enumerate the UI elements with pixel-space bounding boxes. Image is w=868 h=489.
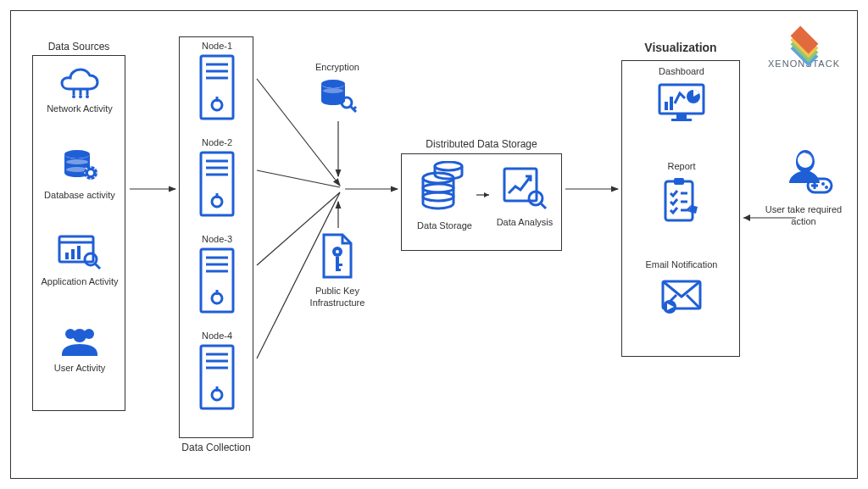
server-tower-icon xyxy=(198,151,236,217)
viz-email: Email Notification xyxy=(622,259,741,315)
visualization-box: Dashboard Report xyxy=(621,60,740,357)
viz-report-label: Report xyxy=(667,161,695,173)
diagram-frame: XENONSTACK Data Sources Network Activity xyxy=(10,10,858,479)
svg-rect-76 xyxy=(670,97,673,110)
data-source-user: User Activity xyxy=(33,324,126,375)
brand-logo: XENONSTACK xyxy=(768,26,840,69)
svg-line-96 xyxy=(257,170,340,187)
pki-block: Public Key Infrastructure xyxy=(299,231,376,309)
svg-point-28 xyxy=(73,329,86,342)
svg-point-54 xyxy=(323,88,343,93)
svg-rect-74 xyxy=(671,119,692,121)
data-source-network: Network Activity xyxy=(33,64,126,115)
storage-box: Data Storage Data Analysis xyxy=(401,153,562,251)
visualization-title: Visualization xyxy=(621,41,740,54)
svg-marker-71 xyxy=(484,192,489,197)
data-source-database: Database activity xyxy=(33,147,126,202)
node-4-label: Node-4 xyxy=(202,331,232,342)
svg-rect-61 xyxy=(336,264,342,266)
node-3-label: Node-3 xyxy=(202,234,232,246)
svg-point-24 xyxy=(85,253,97,265)
svg-rect-22 xyxy=(71,249,75,259)
svg-point-6 xyxy=(64,150,90,158)
svg-rect-21 xyxy=(65,253,69,259)
user-controller-icon xyxy=(774,147,833,199)
svg-point-10 xyxy=(88,170,93,175)
storage-title: Distributed Data Storage xyxy=(401,138,562,150)
server-tower-icon xyxy=(198,54,236,120)
cloud-network-icon xyxy=(58,64,101,98)
svg-point-92 xyxy=(825,186,828,189)
node-2: Node-2 xyxy=(180,137,254,217)
user-action-block: User take required action xyxy=(757,147,850,228)
node-2-label: Node-2 xyxy=(202,137,232,149)
public-key-file-icon xyxy=(317,231,358,281)
viz-report: Report xyxy=(622,161,741,225)
data-source-database-label: Database activity xyxy=(44,190,115,202)
encryption-db-key-icon xyxy=(316,77,359,114)
svg-line-57 xyxy=(353,107,356,109)
svg-line-25 xyxy=(95,264,100,269)
svg-point-5 xyxy=(86,95,89,98)
node-1: Node-1 xyxy=(180,41,254,120)
encryption-block: Encryption xyxy=(299,62,376,114)
data-sources-title: Data Sources xyxy=(32,41,125,53)
dashboard-monitor-icon xyxy=(656,81,707,125)
svg-rect-23 xyxy=(77,246,81,259)
viz-email-label: Email Notification xyxy=(646,259,718,271)
clipboard-report-icon xyxy=(660,176,703,225)
users-group-icon xyxy=(57,324,103,358)
server-tower-icon xyxy=(198,344,236,410)
data-collection-title: Data Collection xyxy=(179,442,253,453)
pki-title: Public Key Infrastructure xyxy=(299,286,376,309)
app-monitor-icon xyxy=(57,234,103,271)
svg-rect-19 xyxy=(59,236,93,262)
svg-point-59 xyxy=(336,250,339,253)
viz-dashboard: Dashboard xyxy=(622,66,741,125)
node-1-label: Node-1 xyxy=(202,41,232,53)
data-source-user-label: User Activity xyxy=(54,363,106,375)
svg-point-53 xyxy=(321,80,345,88)
svg-rect-62 xyxy=(336,269,341,271)
svg-point-3 xyxy=(79,95,82,98)
svg-marker-104 xyxy=(743,214,750,221)
svg-point-7 xyxy=(66,159,88,164)
svg-rect-75 xyxy=(665,102,668,110)
svg-point-1 xyxy=(72,95,75,98)
data-source-application-label: Application Activity xyxy=(41,276,118,288)
logo-stack-icon xyxy=(787,26,821,55)
svg-rect-78 xyxy=(665,181,693,220)
node-3: Node-3 xyxy=(180,234,254,314)
data-source-network-label: Network Activity xyxy=(47,103,113,115)
database-gear-icon xyxy=(58,147,101,185)
svg-point-91 xyxy=(821,182,825,186)
node-4: Node-4 xyxy=(180,331,254,410)
viz-dashboard-label: Dashboard xyxy=(659,66,704,78)
storage-internal-arrow xyxy=(402,154,563,252)
server-tower-icon xyxy=(198,247,236,314)
data-collection-box: Node-1 Node-2 Node-3 Node-4 xyxy=(179,36,253,438)
data-source-application: Application Activity xyxy=(33,234,126,288)
svg-rect-79 xyxy=(674,178,684,185)
email-notification-icon xyxy=(658,275,705,315)
encryption-title: Encryption xyxy=(315,62,359,74)
svg-rect-73 xyxy=(676,114,687,119)
user-action-label: User take required action xyxy=(757,204,850,228)
data-sources-box: Network Activity xyxy=(32,55,125,411)
